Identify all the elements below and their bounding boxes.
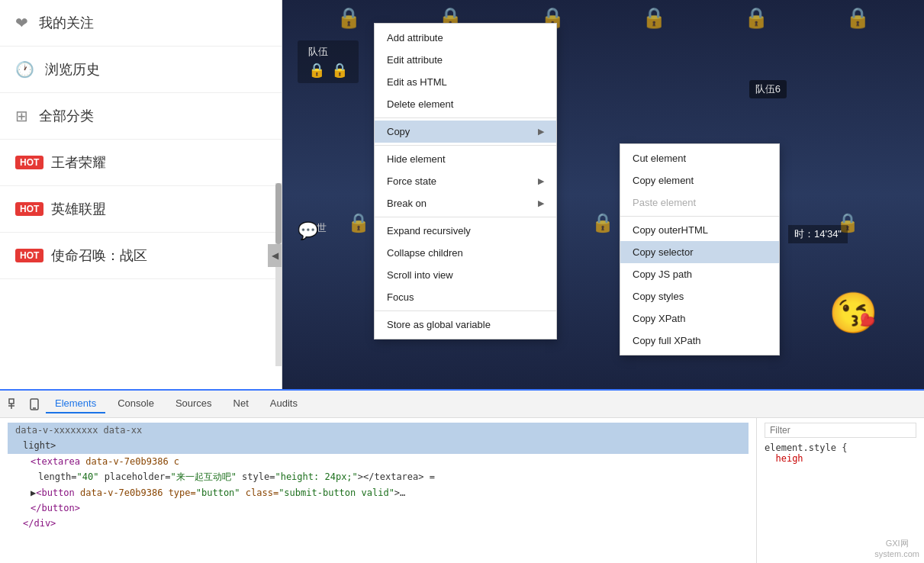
menu-separator-4 [375, 310, 556, 311]
heart-icon: ❤ [15, 14, 28, 32]
html-line-5: ▶<button data-v-7e0b9386 type="button" c… [8, 485, 749, 500]
submenu-separator-1 [620, 216, 779, 217]
lock-sm-2: 🔒 [331, 62, 348, 79]
submenu-arrow-copy: ▶ [538, 127, 544, 137]
submenu-arrow-force: ▶ [538, 176, 544, 186]
watermark: GXI网system.com [874, 538, 919, 558]
menu-expand-recursively[interactable]: Expand recursively [375, 220, 556, 242]
lock-sm-1: 🔒 [308, 62, 325, 79]
submenu-cut-element[interactable]: Cut element [620, 147, 779, 169]
menu-scroll-into-view[interactable]: Scroll into view [375, 264, 556, 286]
menu-focus[interactable]: Focus [375, 286, 556, 308]
sidebar-label-categories: 全部分类 [39, 107, 94, 125]
game-team-area: 队伍 🔒 🔒 [298, 40, 359, 83]
menu-break-on[interactable]: Break on ▶ [375, 192, 556, 214]
svg-rect-0 [9, 399, 14, 404]
html-line-6: </button> [8, 500, 749, 516]
menu-hide-element[interactable]: Hide element [375, 148, 556, 170]
styles-rule: element.style { heigh [765, 442, 916, 464]
sidebar-item-game1[interactable]: HOT 王者荣耀 [0, 140, 282, 186]
devtools-content: data-v-xxxxxxxx data-xx light> <textarea… [0, 418, 924, 563]
menu-delete-element[interactable]: Delete element [375, 93, 556, 115]
submenu-paste-element: Paste element [620, 191, 779, 214]
hot-badge: HOT [15, 156, 43, 169]
lock-icon-6: 🔒 [845, 6, 870, 30]
menu-copy[interactable]: Copy ▶ [375, 121, 556, 143]
chat-icon: 💬 [298, 221, 318, 241]
submenu-copy-styles[interactable]: Copy styles [620, 285, 779, 307]
copy-submenu: Cut element Copy element Paste element C… [620, 143, 780, 355]
html-line-7: </div> [8, 516, 749, 531]
sidebar-item-game2[interactable]: HOT 英雄联盟 [0, 186, 282, 233]
styles-filter-input[interactable] [765, 423, 916, 438]
chat-label: 世 [317, 221, 327, 235]
menu-separator-1 [375, 117, 556, 118]
submenu-copy-selector[interactable]: Copy selector [620, 241, 779, 263]
devtools-toolbar: Elements Console Sources Net Audits [0, 391, 924, 418]
clock-icon: 🕐 [15, 60, 34, 79]
sidebar-item-categories[interactable]: ⊞ 全部分类 [0, 93, 282, 140]
devtools-panel: Elements Console Sources Net Audits data… [0, 389, 924, 563]
timer-display: 时：14'34" [788, 225, 848, 243]
menu-force-state[interactable]: Force state ▶ [375, 170, 556, 192]
hot-badge-3: HOT [15, 249, 43, 262]
sidebar-scrollbar-thumb [275, 183, 282, 244]
menu-edit-as-html[interactable]: Edit as HTML [375, 71, 556, 93]
submenu-copy-element[interactable]: Copy element [620, 169, 779, 191]
devtools-html-panel: data-v-xxxxxxxx data-xx light> <textarea… [0, 418, 756, 563]
sidebar-label-game1: 王者荣耀 [51, 153, 106, 172]
sidebar-label-game2: 英雄联盟 [51, 200, 106, 218]
tab-console[interactable]: Console [108, 394, 163, 413]
submenu-copy-xpath[interactable]: Copy XPath [620, 307, 779, 330]
hot-badge-2: HOT [15, 202, 43, 216]
sidebar-label-game3: 使命召唤：战区 [51, 246, 147, 265]
submenu-copy-full-xpath[interactable]: Copy full XPath [620, 330, 779, 352]
menu-store-global[interactable]: Store as global variable [375, 314, 556, 336]
sidebar-scrollbar[interactable] [275, 183, 282, 366]
grid-icon: ⊞ [15, 107, 28, 125]
menu-separator-2 [375, 145, 556, 146]
element-picker-icon[interactable] [6, 396, 23, 413]
sidebar-label-history: 浏览历史 [45, 60, 100, 79]
sidebar-collapse-arrow[interactable]: ◀ [268, 244, 282, 267]
submenu-arrow-break: ▶ [538, 198, 544, 208]
menu-add-attribute[interactable]: Add attribute [375, 27, 556, 49]
lock-icon-4: 🔒 [642, 6, 666, 30]
menu-edit-attribute[interactable]: Edit attribute [375, 49, 556, 71]
sidebar-item-favorites[interactable]: ❤ 我的关注 [0, 0, 282, 47]
tab-network[interactable]: Net [224, 394, 258, 413]
html-line-3: <textarea data-v-7e0b9386 c [8, 454, 749, 469]
sidebar-item-game3[interactable]: HOT 使命召唤：战区 [0, 233, 282, 279]
menu-separator-3 [375, 217, 556, 217]
lock-icon-5: 🔒 [744, 6, 768, 30]
html-line-4: length="40" placeholder="来一起互动吧" style="… [8, 469, 749, 484]
device-toggle-icon[interactable] [26, 396, 43, 413]
lock-b-3: 🔒 [591, 212, 614, 233]
tab-elements[interactable]: Elements [46, 394, 105, 413]
html-line-1: data-v-xxxxxxxx data-xx [8, 423, 749, 438]
menu-collapse-children[interactable]: Collapse children [375, 242, 556, 264]
submenu-copy-js-path[interactable]: Copy JS path [620, 263, 779, 285]
html-line-2: light> [8, 438, 749, 453]
lock-b-1: 🔒 [347, 212, 370, 233]
sidebar-item-history[interactable]: 🕐 浏览历史 [0, 47, 282, 93]
context-menu-layer: Add attribute Edit attribute Edit as HTM… [374, 23, 557, 339]
sidebar: ❤ 我的关注 🕐 浏览历史 ⊞ 全部分类 HOT 王者荣耀 HOT 英雄联盟 H… [0, 0, 282, 389]
tab-audits[interactable]: Audits [261, 394, 307, 413]
lock-icon-1: 🔒 [336, 6, 361, 30]
primary-context-menu: Add attribute Edit attribute Edit as HTM… [374, 23, 557, 339]
emoji-display: 😘 [829, 290, 878, 336]
tab-sources[interactable]: Sources [166, 394, 221, 413]
team-label: 队伍6 [749, 80, 787, 98]
sidebar-label-favorites: 我的关注 [39, 14, 94, 32]
submenu-copy-outerhtml[interactable]: Copy outerHTML [620, 219, 779, 241]
